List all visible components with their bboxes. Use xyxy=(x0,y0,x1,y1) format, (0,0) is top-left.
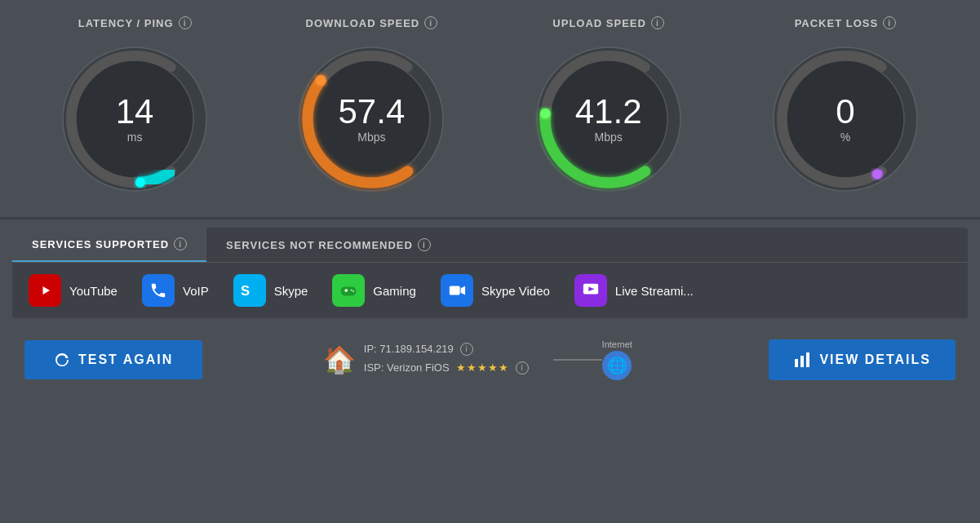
tab-services-not-recommended[interactable]: SERVICES NOT RECOMMENDED i xyxy=(206,228,450,262)
service-item-youtube: YouTube xyxy=(29,274,142,307)
info-icon-ip[interactable]: i xyxy=(460,343,473,356)
gauge-upload-center: 41.2 Mbps xyxy=(575,95,642,144)
info-icon-isp[interactable]: i xyxy=(516,361,529,375)
ip-line: IP: 71.189.154.219 i xyxy=(364,343,529,356)
services-section: SERVICES SUPPORTED i SERVICES NOT RECOMM… xyxy=(12,228,968,318)
service-label-skype: Skype xyxy=(274,284,308,298)
isp-name: ISP: Verizon FiOS xyxy=(364,361,450,374)
tab-services-supported[interactable]: SERVICES SUPPORTED i xyxy=(12,228,206,262)
gauge-upload-title: UPLOAD SPEED i xyxy=(552,16,664,29)
gauge-packet-loss-center: 0 % xyxy=(836,95,854,144)
gauge-upload-unit: Mbps xyxy=(575,131,642,144)
test-again-button[interactable]: TEST AGAIN xyxy=(24,340,202,379)
home-icon: 🏠 xyxy=(323,344,356,375)
svg-point-8 xyxy=(540,109,550,118)
gauge-latency-value: 14 xyxy=(116,95,154,129)
service-item-voip: VoIP xyxy=(142,274,233,307)
svg-point-5 xyxy=(316,76,326,86)
gauge-download-wrapper: 57.4 Mbps xyxy=(290,38,453,201)
chart-icon xyxy=(793,351,811,369)
info-icon-supported[interactable]: i xyxy=(174,237,187,250)
gauge-packet-loss-wrapper: 0 % xyxy=(764,38,927,201)
info-icon-latency[interactable]: i xyxy=(179,16,192,29)
gauge-upload-value: 41.2 xyxy=(575,95,642,129)
svg-marker-24 xyxy=(65,355,69,358)
gauge-packet-loss: PACKET LOSS i 0 % xyxy=(739,16,951,201)
service-item-streaming: Live Streami... xyxy=(574,274,718,307)
info-icon-download[interactable]: i xyxy=(424,16,437,29)
gauge-packet-loss-unit: % xyxy=(836,131,854,144)
gauge-latency-center: 14 ms xyxy=(116,95,154,144)
gauge-packet-loss-value: 0 xyxy=(836,95,854,129)
svg-text:S: S xyxy=(241,283,250,298)
bottom-bar: TEST AGAIN 🏠 IP: 71.189.154.219 i ISP: V… xyxy=(0,326,980,393)
gauge-title-text: LATENCY / PING xyxy=(78,17,174,29)
info-icon-not-recommended[interactable]: i xyxy=(418,238,431,251)
info-icon-packet-loss[interactable]: i xyxy=(883,16,896,29)
refresh-icon xyxy=(54,352,70,368)
gauge-latency-unit: ms xyxy=(116,131,154,144)
tab-supported-label: SERVICES SUPPORTED xyxy=(32,238,169,250)
services-list: YouTube VoIP S Skype Gaming Skype Video xyxy=(12,263,968,318)
svg-rect-26 xyxy=(800,356,804,367)
svg-rect-17 xyxy=(346,289,348,292)
view-details-button[interactable]: VIEW DETAILS xyxy=(769,339,956,380)
service-label-voip: VoIP xyxy=(183,284,209,298)
service-label-gaming: Gaming xyxy=(373,284,416,298)
gauge-download: DOWNLOAD SPEED i 57.4 Mbps xyxy=(265,16,477,201)
svg-point-11 xyxy=(872,170,882,180)
view-details-label: VIEW DETAILS xyxy=(819,352,931,367)
gauge-download-center: 57.4 Mbps xyxy=(339,95,406,144)
ip-address: IP: 71.189.154.219 xyxy=(364,343,454,355)
service-icon-skype: S xyxy=(233,274,266,307)
gauge-latency-wrapper: 14 ms xyxy=(53,38,216,201)
gauge-packet-loss-title: PACKET LOSS i xyxy=(795,16,897,29)
svg-rect-20 xyxy=(450,286,460,295)
service-icon-skype-video xyxy=(441,274,473,307)
service-item-skype-video: Skype Video xyxy=(441,274,574,307)
service-item-gaming: Gaming xyxy=(332,274,441,307)
service-label-streaming: Live Streami... xyxy=(615,284,694,298)
svg-point-18 xyxy=(351,290,353,291)
section-divider xyxy=(0,217,980,219)
service-icon-gaming xyxy=(332,274,365,307)
service-label-skype-video: Skype Video xyxy=(481,284,550,298)
service-icon-youtube xyxy=(29,274,61,307)
gauge-download-unit: Mbps xyxy=(339,131,406,144)
service-item-skype: S Skype xyxy=(233,274,333,307)
svg-marker-21 xyxy=(460,286,465,295)
services-tabs: SERVICES SUPPORTED i SERVICES NOT RECOMM… xyxy=(12,228,968,263)
service-icon-voip xyxy=(142,274,175,307)
test-again-label: TEST AGAIN xyxy=(78,352,173,367)
connection-visual: Internet 🌐 xyxy=(553,339,632,380)
gauge-download-title: DOWNLOAD SPEED i xyxy=(306,16,438,29)
svg-point-2 xyxy=(135,178,145,188)
gauge-title-text: DOWNLOAD SPEED xyxy=(306,17,420,29)
gauge-upload-wrapper: 41.2 Mbps xyxy=(527,38,690,201)
svg-rect-25 xyxy=(795,359,798,367)
svg-point-19 xyxy=(353,290,354,292)
internet-label: Internet xyxy=(602,339,632,349)
svg-rect-27 xyxy=(806,352,809,367)
tab-not-recommended-label: SERVICES NOT RECOMMENDED xyxy=(226,239,413,251)
service-label-youtube: YouTube xyxy=(69,284,118,298)
isp-stars: ★★★★★ xyxy=(456,361,509,374)
globe-icon: 🌐 xyxy=(602,351,632,380)
gauge-upload: UPLOAD SPEED i 41.2 Mbps xyxy=(503,16,715,201)
info-icon-upload[interactable]: i xyxy=(651,16,664,29)
service-icon-streaming xyxy=(574,274,607,307)
network-info: 🏠 IP: 71.189.154.219 i ISP: Verizon FiOS… xyxy=(323,339,649,380)
gauge-latency: LATENCY / PING i 14 ms xyxy=(29,16,241,201)
gauge-title-text: PACKET LOSS xyxy=(795,17,879,29)
gauge-latency-title: LATENCY / PING i xyxy=(78,16,192,29)
gauge-download-value: 57.4 xyxy=(339,95,406,129)
isp-line: ISP: Verizon FiOS ★★★★★ i xyxy=(364,361,529,375)
gauge-title-text: UPLOAD SPEED xyxy=(552,17,646,29)
gauges-section: LATENCY / PING i 14 ms DOWNLOAD SPEED i xyxy=(0,0,980,209)
